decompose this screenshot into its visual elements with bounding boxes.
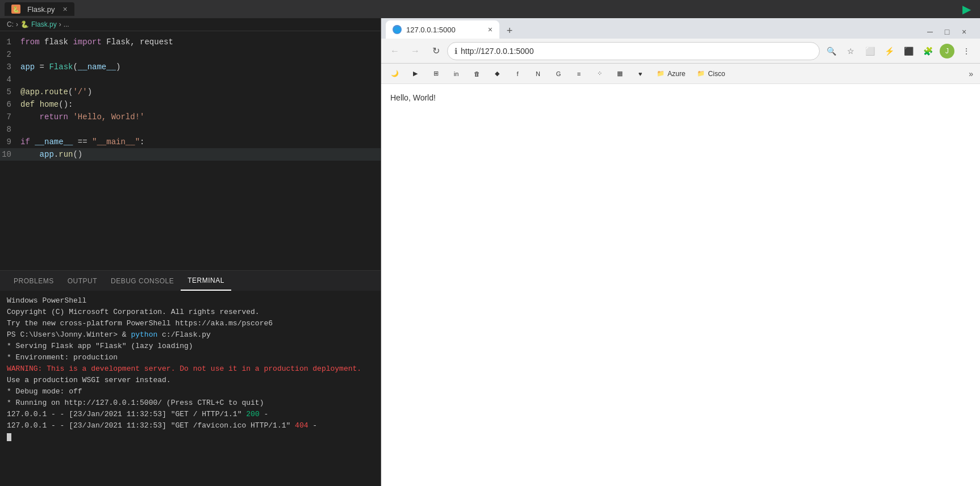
line-content: def home(): — [20, 98, 376, 111]
profile-avatar[interactable]: J — [938, 42, 956, 60]
code-token: __name__ — [35, 137, 73, 146]
bookmark-item[interactable]: 📁Azure — [652, 68, 690, 79]
ext-icon-3[interactable]: ⬛ — [899, 42, 918, 60]
terminal-line: Copyright (C) Microsoft Corporation. All… — [7, 307, 374, 318]
browser-panel: 🌐 127.0.0.1:5000 × + ─ □ × ← → ↻ ℹ — [381, 18, 980, 486]
tab-title: Flask.py — [27, 5, 55, 14]
bookmark-item[interactable]: 🗑 — [468, 68, 486, 79]
line-number: 6 — [0, 98, 20, 111]
code-token — [35, 100, 39, 109]
code-editor: 1from flask import Flask, request2 3app … — [0, 31, 381, 270]
line-content: from flask import Flask, request — [20, 36, 376, 48]
bookmark-item[interactable]: 📁Cisco — [692, 68, 729, 79]
code-token: ) — [116, 62, 120, 72]
bookmark-icon: ◆ — [493, 69, 502, 78]
browser-tab[interactable]: 🌐 127.0.0.1:5000 × — [386, 20, 499, 39]
breadcrumb-root[interactable]: C: — [7, 20, 14, 28]
browser-maximize-btn[interactable]: □ — [940, 25, 954, 39]
line-number: 2 — [0, 48, 20, 61]
terminal-tab-problems[interactable]: PROBLEMS — [7, 271, 61, 291]
line-number: 4 — [0, 73, 20, 86]
bookmark-item[interactable]: in — [447, 68, 465, 79]
bookmark-label: Cisco — [708, 70, 725, 78]
line-number: 3 — [0, 61, 20, 73]
bookmark-item[interactable]: ▦ — [611, 68, 629, 79]
code-line: 1from flask import Flask, request — [0, 36, 381, 48]
browser-toolbar: ← → ↻ ℹ http://127.0.0.1:5000 🔍 ☆ ⬜ ⚡ ⬛ … — [381, 39, 980, 64]
menu-btn[interactable]: ⋮ — [957, 42, 975, 60]
browser-chrome: 🌐 127.0.0.1:5000 × + ─ □ × ← → ↻ ℹ — [381, 18, 980, 84]
code-token: flask — [40, 37, 73, 47]
avatar: J — [940, 44, 954, 58]
terminal-tab-terminal[interactable]: TERMINAL — [181, 271, 231, 291]
code-token: (): — [59, 100, 73, 109]
breadcrumb-sep2: › — [59, 20, 61, 28]
bookmark-item[interactable]: ⊞ — [427, 68, 445, 79]
code-line: 6def home(): — [0, 98, 381, 111]
breadcrumb-file[interactable]: Flask.py — [31, 20, 57, 28]
lock-icon: ℹ — [454, 47, 457, 56]
terminal-content[interactable]: Windows PowerShellCopyright (C) Microsof… — [0, 291, 381, 486]
code-token: import — [73, 37, 101, 47]
code-line: 9if __name__ == "__main__": — [0, 136, 381, 148]
bookmark-icon: 📁 — [697, 69, 706, 78]
code-token: from — [20, 37, 40, 47]
code-line: 7 return 'Hello, World!' — [0, 111, 381, 123]
code-token: ) — [87, 87, 92, 97]
tab[interactable]: 🐍 Flask.py × — [5, 2, 74, 16]
forward-btn[interactable]: → — [406, 42, 424, 60]
new-tab-btn[interactable]: + — [502, 23, 518, 39]
terminal-line: * Serving Flask app "Flask" (lazy loadin… — [7, 341, 374, 352]
bookmark-item[interactable]: ♥ — [631, 68, 649, 79]
bookmark-item[interactable]: ≡ — [570, 68, 588, 79]
run-button[interactable]: ▶ — [962, 2, 971, 16]
code-token: . — [54, 150, 59, 159]
terminal-line: * Environment: production — [7, 352, 374, 363]
code-token — [30, 137, 35, 146]
line-number: 1 — [0, 36, 20, 48]
tab-close-btn[interactable]: × — [488, 25, 493, 34]
terminal-tab-debug-console[interactable]: DEBUG CONSOLE — [104, 271, 181, 291]
bookmark-item[interactable]: ◆ — [488, 68, 506, 79]
bookmark-star-icon[interactable]: ☆ — [841, 42, 860, 60]
code-token: '/' — [73, 87, 87, 97]
more-bookmarks-btn[interactable]: » — [966, 69, 975, 78]
browser-close-btn[interactable]: × — [957, 25, 971, 39]
line-number: 7 — [0, 111, 20, 123]
line-number: 8 — [0, 123, 20, 136]
bookmark-item[interactable]: G — [549, 68, 568, 79]
ext-icon-4[interactable]: 🧩 — [919, 42, 937, 60]
terminal-line: 127.0.0.1 - - [23/Jan/2021 11:32:53] "GE… — [7, 409, 374, 420]
terminal-line: WARNING: This is a development server. D… — [7, 363, 374, 375]
bookmark-icon: 🌙 — [390, 69, 399, 78]
line-content: if __name__ == "__main__": — [20, 136, 376, 148]
reload-btn[interactable]: ↻ — [427, 42, 445, 60]
bookmark-item[interactable]: ▶ — [406, 68, 424, 79]
bookmark-item[interactable]: f — [508, 68, 527, 79]
bookmark-label: Azure — [668, 70, 685, 78]
tab-close-icon[interactable]: × — [62, 5, 67, 14]
code-line: 4 — [0, 73, 381, 86]
ext-icon-2[interactable]: ⚡ — [880, 42, 898, 60]
bookmark-icon: ⊞ — [431, 69, 440, 78]
bookmark-icon: f — [513, 69, 522, 78]
browser-minimize-btn[interactable]: ─ — [923, 25, 937, 39]
ext-icon-1[interactable]: ⬜ — [861, 42, 879, 60]
bookmark-icon: G — [554, 69, 563, 78]
code-token: __name__ — [78, 62, 116, 72]
bookmarks-bar: 🌙▶⊞in🗑◆fNG≡⁘▦♥📁Azure📁Cisco» — [381, 64, 980, 84]
code-token: "__main__" — [92, 137, 140, 146]
bookmark-item[interactable]: 🌙 — [386, 68, 404, 79]
code-token: return — [40, 112, 68, 122]
back-btn[interactable]: ← — [386, 42, 404, 60]
address-bar[interactable]: ℹ http://127.0.0.1:5000 — [447, 42, 820, 60]
breadcrumb-file-icon: 🐍 — [20, 20, 29, 28]
bookmark-item[interactable]: N — [529, 68, 547, 79]
bookmark-item[interactable]: ⁘ — [590, 68, 608, 79]
terminal-tab-output[interactable]: OUTPUT — [61, 271, 104, 291]
line-content — [20, 123, 376, 136]
code-token: Flask — [49, 62, 73, 72]
search-icon[interactable]: 🔍 — [822, 42, 840, 60]
code-token — [20, 150, 40, 159]
line-content: return 'Hello, World!' — [20, 111, 376, 123]
